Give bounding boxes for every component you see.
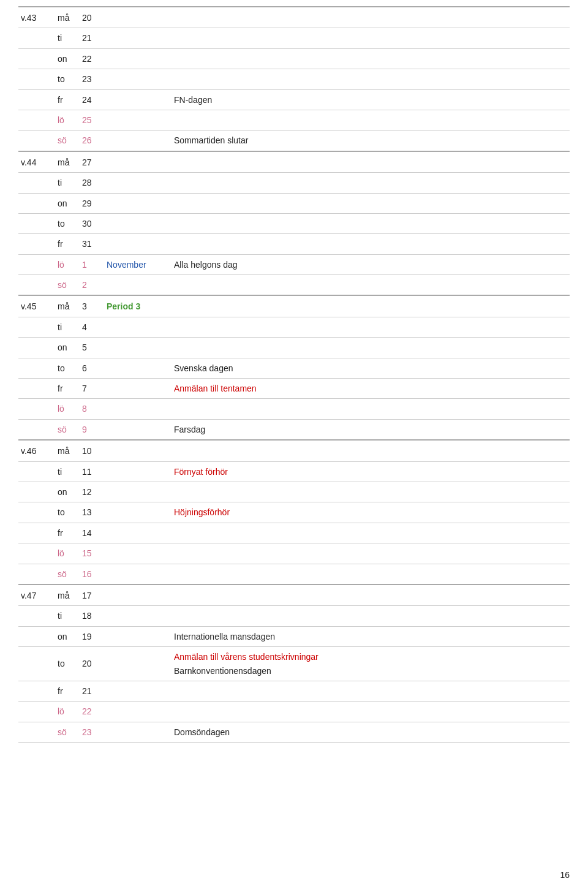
- month-label: [104, 234, 172, 254]
- table-row: ti28: [18, 173, 570, 193]
- week-number: [18, 317, 55, 337]
- month-label: [104, 702, 172, 722]
- table-row: lö22: [18, 702, 570, 722]
- week-number: [18, 338, 55, 358]
- table-row: ti4: [18, 317, 570, 337]
- table-row: on29: [18, 193, 570, 213]
- event-label: [172, 338, 570, 358]
- week-number: [18, 110, 55, 130]
- event-label: [172, 275, 570, 296]
- table-row: fr31: [18, 234, 570, 254]
- week-number: [18, 89, 55, 110]
- table-row: v.47må17: [18, 584, 570, 606]
- month-label: [104, 317, 172, 337]
- table-row: sö16: [18, 564, 570, 584]
- day-date: 8: [80, 399, 104, 419]
- day-name: ti: [55, 317, 80, 337]
- table-row: to23: [18, 69, 570, 89]
- month-label: [104, 131, 172, 151]
- day-date: 31: [80, 234, 104, 254]
- week-number: [18, 358, 55, 378]
- month-label: [104, 564, 172, 584]
- day-date: 29: [80, 193, 104, 213]
- table-row: sö23Domsöndagen: [18, 722, 570, 742]
- week-number: [18, 722, 55, 742]
- month-label: [104, 151, 172, 173]
- event-label: [172, 173, 570, 193]
- table-row: on22: [18, 48, 570, 69]
- week-number: [18, 28, 55, 48]
- table-row: fr7Anmälan till tentamen: [18, 379, 570, 399]
- month-label: [104, 419, 172, 440]
- month-label: [104, 379, 172, 399]
- day-name: to: [55, 358, 80, 378]
- page: v.43må20ti21on22to23fr24FN-dagenlö25sö26…: [0, 0, 588, 889]
- week-number: v.44: [18, 151, 55, 173]
- day-name: to: [55, 647, 80, 681]
- event-label: [172, 69, 570, 89]
- month-label: [104, 28, 172, 48]
- table-row: ti18: [18, 606, 570, 626]
- table-row: sö9Farsdag: [18, 419, 570, 440]
- month-label: [104, 399, 172, 419]
- week-number: [18, 702, 55, 722]
- day-name: fr: [55, 234, 80, 254]
- day-name: on: [55, 626, 80, 646]
- day-name: on: [55, 338, 80, 358]
- day-date: 24: [80, 89, 104, 110]
- week-number: [18, 131, 55, 151]
- day-date: 4: [80, 317, 104, 337]
- month-label: [104, 173, 172, 193]
- month-label: [104, 110, 172, 130]
- table-row: ti11Förnyat förhör: [18, 461, 570, 482]
- day-name: lö: [55, 702, 80, 722]
- day-date: 26: [80, 131, 104, 151]
- month-label: Period 3: [104, 295, 172, 317]
- table-row: on19Internationella mansdagen: [18, 626, 570, 646]
- event-label: Höjningsförhör: [172, 502, 570, 523]
- day-name: on: [55, 48, 80, 69]
- table-row: fr21: [18, 681, 570, 701]
- day-name: lö: [55, 110, 80, 130]
- month-label: [104, 338, 172, 358]
- day-name: sö: [55, 722, 80, 742]
- table-row: v.44må27: [18, 151, 570, 173]
- week-number: [18, 234, 55, 254]
- event-label: [172, 440, 570, 461]
- day-date: 20: [80, 647, 104, 681]
- event-label: [172, 213, 570, 233]
- day-date: 1: [80, 254, 104, 274]
- day-date: 25: [80, 110, 104, 130]
- event-label: [172, 28, 570, 48]
- event-label: [172, 7, 570, 28]
- table-row: to20Anmälan till vårens studentskrivning…: [18, 647, 570, 681]
- week-number: [18, 419, 55, 440]
- event-label: FN-dagen: [172, 89, 570, 110]
- week-number: [18, 482, 55, 502]
- table-row: on12: [18, 482, 570, 502]
- day-name: lö: [55, 399, 80, 419]
- day-name: må: [55, 7, 80, 28]
- day-name: fr: [55, 681, 80, 701]
- month-label: [104, 523, 172, 543]
- month-label: [104, 213, 172, 233]
- week-number: [18, 543, 55, 564]
- week-number: [18, 213, 55, 233]
- day-date: 7: [80, 379, 104, 399]
- week-number: [18, 461, 55, 482]
- calendar-table: v.43må20ti21on22to23fr24FN-dagenlö25sö26…: [18, 6, 570, 743]
- month-label: November: [104, 254, 172, 274]
- event-label: [172, 482, 570, 502]
- day-name: to: [55, 502, 80, 523]
- table-row: v.46må10: [18, 440, 570, 461]
- table-row: sö2: [18, 275, 570, 296]
- event-label: [172, 295, 570, 317]
- day-date: 11: [80, 461, 104, 482]
- day-date: 14: [80, 523, 104, 543]
- day-date: 16: [80, 564, 104, 584]
- table-row: lö1NovemberAlla helgons dag: [18, 254, 570, 274]
- day-date: 9: [80, 419, 104, 440]
- month-label: [104, 482, 172, 502]
- month-label: [104, 275, 172, 296]
- week-number: v.43: [18, 7, 55, 28]
